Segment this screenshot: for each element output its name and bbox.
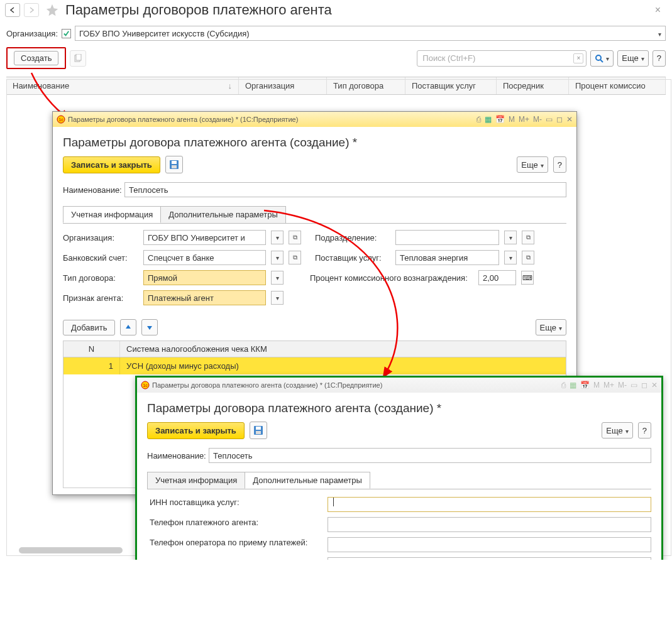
bank-open-icon[interactable] [289,251,301,264]
svg-line-3 [600,60,603,62]
unit-dropdown-icon[interactable] [504,231,517,244]
phone-operator-label: Телефон оператора по приему платежей: [150,538,322,547]
horizontal-scrollbar[interactable] [19,547,123,553]
column-provider[interactable]: Поставщик услуг [405,77,497,94]
create-button-highlight: Создать [6,47,66,69]
page-title: Параметры договоров платежного агента [65,2,332,18]
column-middleman[interactable]: Посредник [497,77,569,94]
floppy-icon [253,425,263,435]
inn-label: ИНН поставщика услуг: [150,498,322,507]
save-icon-button[interactable] [165,156,183,173]
dialog2-help-button[interactable]: ? [638,422,651,439]
row-tax-value: УСН (доходы минус расходы) [120,357,566,374]
m-icon[interactable]: M [593,381,600,390]
search-clear-icon[interactable]: × [573,53,583,63]
print-icon[interactable]: ⎙ [476,115,481,124]
column-type[interactable]: Тип договора [327,77,405,94]
maximize-icon[interactable]: ◻ [641,381,647,390]
search-input[interactable]: Поиск (Ctrl+F) × [417,50,587,67]
dialog2-more-button[interactable]: Еще [602,422,632,439]
favorite-star-icon[interactable] [45,3,59,17]
close-dialog-icon[interactable]: ✕ [651,381,658,390]
phone-transfer-input[interactable] [328,557,651,560]
bank-input[interactable]: Спецсчет в банке [143,250,266,265]
name-input[interactable]: Теплосеть [124,182,566,197]
m-plus-icon[interactable]: M+ [603,381,614,390]
help-button[interactable]: ? [653,50,666,67]
tab-extra-params[interactable]: Дополнительные параметры [245,472,370,489]
calculator-icon[interactable] [521,271,534,285]
bank-dropdown-icon[interactable] [271,251,284,264]
close-dialog-icon[interactable]: ✕ [566,115,573,124]
phone-transfer-label: Телефон оператора перевода: [150,558,322,560]
name-input[interactable]: Теплосеть [209,448,651,463]
percent-input[interactable]: 2,00 [478,270,516,285]
provider-open-icon[interactable] [522,251,534,264]
agent-dropdown-icon[interactable] [271,291,284,305]
bank-label: Банковский счет: [63,253,138,263]
m-plus-icon[interactable]: M+ [519,115,529,124]
m-minus-icon[interactable]: M- [618,381,627,390]
move-down-button[interactable] [141,319,158,335]
save-and-close-button[interactable]: Записать и закрыть [63,156,160,173]
tab-account-info[interactable]: Учетная информация [147,472,245,489]
table-row[interactable]: 1 УСН (доходы минус расходы) [63,357,566,374]
copy-icon-button[interactable] [70,50,86,67]
add-row-button[interactable]: Добавить [63,320,115,335]
organization-select[interactable]: ГОБУ ВПО Университет искусств (Субсидия) [75,26,666,41]
type-input[interactable]: Прямой [143,270,266,285]
maximize-icon[interactable]: ◻ [556,115,563,124]
grid-icon[interactable]: ▦ [570,381,576,390]
phone-agent-input[interactable] [328,517,651,532]
dialog1-more-button[interactable]: Еще [517,156,548,173]
inn-input[interactable] [328,497,651,512]
col-tax-system[interactable]: Система налогообложения чека ККМ [120,341,566,357]
nav-back-button[interactable] [5,3,20,17]
unit-input[interactable] [395,230,499,245]
column-org[interactable]: Организация [239,77,327,94]
more-button[interactable]: Еще [617,50,648,67]
row-n-value: 1 [63,357,120,374]
tab-account-info[interactable]: Учетная информация [63,206,161,223]
create-button[interactable]: Создать [14,51,58,65]
close-icon[interactable]: × [655,4,667,16]
provider-input[interactable]: Тепловая энергия [395,250,499,265]
dialog1-help-button[interactable]: ? [553,156,566,173]
agent-input[interactable]: Платежный агент [143,290,266,305]
m-minus-icon[interactable]: M- [533,115,542,124]
phone-operator-input[interactable] [328,537,651,552]
org-open-icon[interactable] [289,231,301,244]
search-icon [595,54,603,63]
column-name[interactable]: Наименование↓ [6,77,239,94]
column-commission[interactable]: Процент комиссио [569,77,666,94]
save-and-close-button[interactable]: Записать и закрыть [147,422,245,439]
tab-extra-params[interactable]: Дополнительные параметры [160,206,286,223]
table-more-button[interactable]: Еще [536,319,566,335]
minimize-icon[interactable]: ▭ [631,381,637,390]
type-dropdown-icon[interactable] [271,271,284,285]
unit-open-icon[interactable] [522,231,534,244]
move-up-button[interactable] [120,319,136,335]
svg-text:1c: 1c [58,117,63,122]
one-c-icon: 1c [57,115,65,124]
provider-dropdown-icon[interactable] [504,251,517,264]
dialog2-titlebar[interactable]: 1c Параметры договора платежного агента … [137,378,661,393]
dialog1-titlebar[interactable]: 1c Параметры договора платежного агента … [53,112,576,127]
org-checkbox[interactable] [62,29,71,38]
calendar-icon[interactable]: 📅 [580,381,590,390]
svg-rect-12 [256,427,261,430]
m-icon[interactable]: M [509,115,515,124]
save-icon-button[interactable] [250,422,267,439]
svg-rect-1 [76,54,81,60]
col-n[interactable]: N [63,341,120,357]
calendar-icon[interactable]: 📅 [495,115,505,124]
dialog2-heading: Параметры договора платежного агента (со… [137,393,661,422]
grid-icon[interactable]: ▦ [485,115,492,124]
minimize-icon[interactable]: ▭ [546,115,553,124]
nav-forward-button[interactable] [24,3,39,17]
floppy-icon [169,160,179,170]
org-dropdown-icon[interactable] [271,231,284,244]
print-icon[interactable]: ⎙ [561,381,566,390]
org-input[interactable]: ГОБУ ВПО Университет и [143,230,266,245]
search-button[interactable] [590,50,614,67]
